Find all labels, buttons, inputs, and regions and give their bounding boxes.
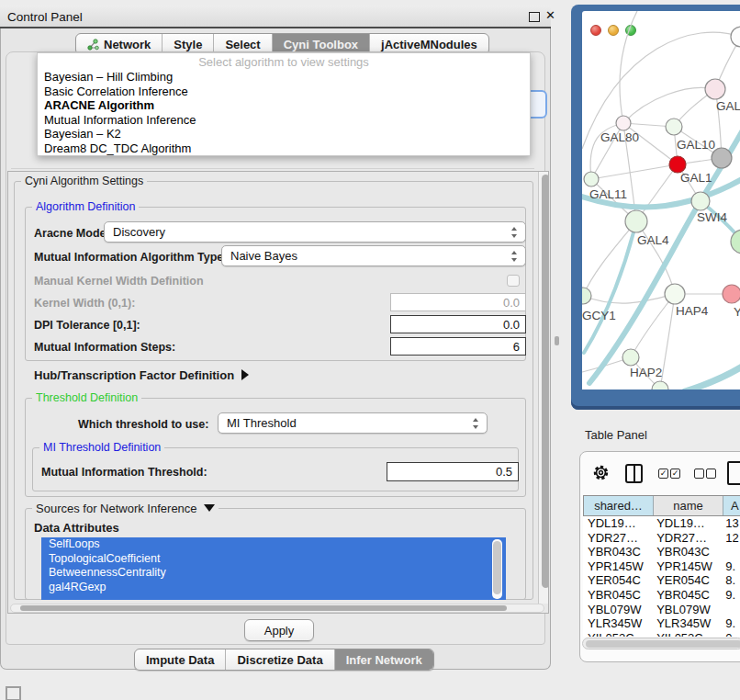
deselect-all-icon[interactable] [706,469,716,479]
network-node-pink[interactable] [723,285,740,303]
column-header-name[interactable]: name [654,496,723,515]
mi-steps-label: Mutual Information Steps: [34,341,175,354]
algorithm-option[interactable]: Dream8 DC_TDC Algorithm [38,141,530,156]
network-node-hap4[interactable] [665,284,685,304]
node-label: GAL1 [680,171,712,185]
close-icon[interactable]: ✕ [545,8,555,22]
combo-spinner-icon [511,251,518,262]
gear-icon[interactable] [592,464,610,481]
node-label: GAL10 [677,138,715,152]
node-label: HAP4 [676,304,708,318]
algorithm-option[interactable]: Bayesian – Hill Climbing [38,70,530,85]
combo-spinner-icon [511,227,518,238]
table-row[interactable]: YDL19…YDL19…13 [583,516,740,531]
network-node[interactable] [731,27,740,47]
table-row[interactable]: YIL052CYIL052C0. [583,631,740,637]
network-node-gal11[interactable] [584,172,599,186]
collapse-arrow-icon [204,504,215,512]
network-node[interactable] [731,230,740,254]
node-label: Y [734,305,740,319]
which-threshold-combo[interactable]: MI Threshold [218,412,488,434]
tab-network-label: Network [104,38,151,51]
collapsed-panel-icon[interactable] [6,686,21,700]
table-row[interactable]: YDR27…YDR27…12 [583,531,740,546]
aracne-mode-combo[interactable]: Discovery [104,221,526,243]
node-label: HAP2 [630,366,662,379]
attribute-item[interactable]: TopologicalCoefficient [41,552,506,567]
dropdown-hint: Select algorithm to view settings [38,55,530,70]
panel-divider-grip[interactable] [555,336,559,345]
which-threshold-label: Which threshold to use: [78,418,208,431]
attribute-item[interactable]: BetweennessCentrality [41,566,506,581]
network-node-gal10[interactable] [666,119,682,135]
network-node[interactable] [652,381,668,390]
group-title: Cyni Algorithm Settings [21,175,147,187]
hub-definition-toggle[interactable]: Hub/Transcription Factor Definition [34,368,249,382]
apply-button[interactable]: Apply [244,619,314,641]
node-label: GAL [716,99,740,113]
tab-impute-data[interactable]: Impute Data [135,649,225,670]
table-horizontal-scrollbar[interactable] [582,638,740,649]
column-header-partial[interactable]: A [723,496,740,515]
table-row[interactable]: YPR145WYPR145W9. [583,559,740,574]
select-all-icon[interactable]: ✓ [658,469,668,479]
node-label: GAL11 [589,187,627,201]
group-divider-line [11,168,534,169]
data-attributes-label: Data Attributes [34,521,119,535]
float-panel-icon[interactable] [529,12,540,22]
table-row[interactable]: YBR043CYBR043C [583,545,740,559]
tab-discretize-data[interactable]: Discretize Data [225,649,333,670]
table-row[interactable]: YBR045CYBR045C9. [583,588,740,603]
network-graph-icon [87,39,99,51]
table-panel: ✓ ✓ shared… name A YDL19…YDL19…13 YDR27…… [579,451,740,662]
list-vertical-scrollbar[interactable] [492,539,502,599]
kernel-width-label: Kernel Width (0,1): [34,297,135,310]
cyni-mode-tabbar: Impute Data Discretize Data Infer Networ… [134,649,434,671]
column-header-shared-name[interactable]: shared… [584,496,654,515]
function-builder-icon[interactable] [727,461,740,485]
select-all-icon[interactable]: ✓ [670,469,680,479]
attribute-item[interactable]: SelfLoops [41,537,506,552]
tab-infer-network[interactable]: Infer Network [334,649,433,670]
algorithm-option[interactable]: Mutual Information Inference [38,113,530,128]
node-label: GAL4 [637,233,669,247]
deselect-all-icon[interactable] [694,469,704,479]
settings-vertical-scrollbar[interactable] [538,172,549,604]
cyni-settings-scrollpane: Cyni Algorithm Settings Algorithm Defini… [7,171,549,614]
network-node-gcy1[interactable] [582,288,591,304]
algorithm-option-selected[interactable]: ARACNE Algorithm [38,98,530,113]
mi-type-combo[interactable]: Naive Bayes [221,245,526,266]
sources-toggle[interactable]: Sources for Network Inference [32,502,219,515]
mi-type-label: Mutual Information Algorithm Type: [34,251,227,264]
manual-kernel-label: Manual Kernel Width Definition [34,275,204,288]
control-panel-titlebar [0,6,551,28]
panel-title: Control Panel [7,10,83,24]
mi-threshold-field[interactable]: 0.5 [387,462,519,481]
algorithm-definition-title: Algorithm Definition [32,200,139,213]
settings-horizontal-scrollbar[interactable] [10,604,544,613]
kernel-width-field[interactable]: 0.0 [390,293,526,311]
network-view-window: GAL GAL80 GAL10 GAL1 GAL11 SWI4 GAL4 GCY… [571,5,740,410]
network-node-gal4[interactable] [625,210,647,232]
table-row[interactable]: YLR345WYLR345W9. [583,616,740,631]
table-row[interactable]: YER054CYER054C8. [583,573,740,588]
network-canvas[interactable]: GAL GAL80 GAL10 GAL1 GAL11 SWI4 GAL4 GCY… [582,11,740,390]
aracne-mode-label: Aracne Mode: [34,227,110,240]
dpi-tolerance-field[interactable]: 0.0 [390,315,526,333]
table-row[interactable]: YBL079WYBL079W [583,603,740,617]
columns-icon[interactable] [625,464,643,483]
network-node-swi4[interactable] [691,192,710,210]
algorithm-option[interactable]: Basic Correlation Inference [38,85,530,99]
mi-threshold-label: Mutual Information Threshold: [41,466,207,479]
mi-steps-field[interactable]: 6 [390,337,526,356]
attribute-item[interactable]: gal4RGexp [41,581,506,595]
table-header-row: shared… name A [583,495,740,516]
node-label: GCY1 [582,309,616,322]
expand-arrow-icon [241,369,249,380]
network-node-gal2[interactable] [705,79,725,99]
dpi-tolerance-label: DPI Tolerance [0,1]: [34,319,140,332]
algorithm-option[interactable]: Bayesian – K2 [38,127,530,141]
network-node-hap2[interactable] [622,349,639,366]
network-node-gal80[interactable] [616,116,631,130]
manual-kernel-checkbox[interactable] [507,275,520,287]
